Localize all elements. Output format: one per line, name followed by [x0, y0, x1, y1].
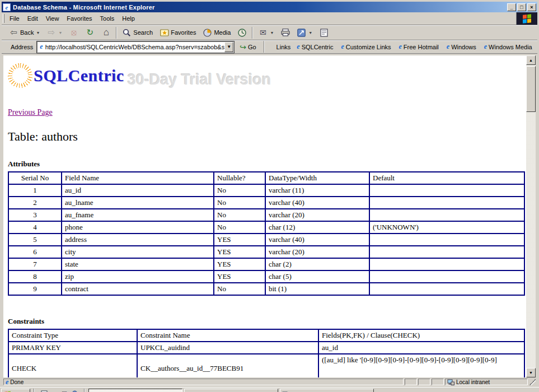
menu-file[interactable]: File — [6, 12, 24, 25]
ie-link-icon: e — [399, 43, 402, 51]
address-input[interactable]: e http://localhost/SQLCentricWeb/DBSchem… — [37, 41, 234, 53]
outlook-quicklaunch-icon[interactable]: ✉ — [60, 389, 68, 392]
status-bar: e Done Local intranet — [3, 377, 536, 385]
table-cell — [369, 283, 524, 295]
go-button[interactable]: ↪ Go — [236, 41, 259, 53]
back-button[interactable]: ⇦ Back ▼ — [6, 26, 43, 39]
task-inetpub-folder[interactable]: C:\Inetpub\wwwroot\SQL... — [184, 389, 278, 392]
standard-toolbar: ⇦ Back ▼ ⇨ ▼ ⦻ ↻ ⌂ Search Favorites — [2, 25, 537, 40]
resize-grip[interactable] — [529, 379, 536, 385]
media-quicklaunch-icon[interactable] — [71, 389, 78, 392]
ie-link-icon: e — [341, 43, 344, 51]
print-button[interactable] — [277, 26, 293, 39]
history-button[interactable] — [234, 26, 250, 39]
column-header: Field Name — [62, 172, 214, 184]
links-label: Links — [275, 44, 293, 50]
ie-quicklaunch-icon[interactable]: e — [50, 389, 58, 392]
quick-launch: e ✉ — [38, 389, 81, 392]
scrollbar-thumb[interactable] — [526, 66, 536, 112]
task-database-schema[interactable]: e Database Schema - Mi... — [88, 389, 182, 392]
menu-help[interactable]: Help — [118, 12, 139, 25]
link-windows-media[interactable]: eWindows Media — [481, 43, 536, 51]
table-cell: char (5) — [265, 270, 369, 283]
toolbar-separator — [264, 41, 265, 53]
home-button[interactable]: ⌂ — [98, 26, 114, 39]
browser-viewport: SQLCentric 30-Day Trial Version Previous… — [3, 55, 536, 377]
page-ie-icon: e — [40, 43, 43, 51]
intranet-icon — [447, 379, 454, 385]
table-cell: varchar (20) — [265, 209, 369, 221]
table-cell: 6 — [8, 246, 62, 258]
table-cell: phone — [62, 221, 214, 234]
table-cell — [369, 209, 524, 221]
table-cell: 1 — [8, 184, 62, 197]
status-pane: e Done — [3, 379, 404, 385]
previous-page-link[interactable]: Previous Page — [8, 108, 53, 117]
menu-view[interactable]: View — [42, 12, 63, 25]
table-cell — [369, 197, 524, 209]
column-header: Constraint Name — [137, 329, 318, 342]
show-desktop-icon[interactable] — [40, 389, 48, 392]
menu-tools[interactable]: Tools — [96, 12, 119, 25]
link-customize-links[interactable]: eCustomize Links — [338, 43, 394, 51]
table-cell: varchar (40) — [265, 234, 369, 246]
discuss-button[interactable] — [316, 26, 332, 39]
table-cell: varchar (20) — [265, 246, 369, 258]
start-button[interactable]: Start — [1, 389, 30, 392]
refresh-button[interactable]: ↻ — [82, 26, 98, 39]
link-sqlcentric[interactable]: eSQLCentric — [293, 43, 336, 51]
forward-button[interactable]: ⇨ ▼ — [43, 26, 65, 39]
vertical-scrollbar[interactable]: ▲ ▼ — [526, 55, 536, 377]
scroll-down-icon[interactable]: ▼ — [526, 368, 536, 377]
table-cell: bit (1) — [265, 283, 369, 295]
stop-button[interactable]: ⦻ — [65, 26, 82, 39]
status-text: Done — [10, 379, 24, 385]
task-sqladminmgr[interactable]: SQLAdminMgr... — [280, 389, 374, 392]
table-cell: varchar (11) — [265, 184, 369, 197]
link-windows[interactable]: eWindows — [443, 43, 480, 51]
status-pane-empty — [418, 379, 430, 385]
table-cell: char (12) — [265, 221, 369, 234]
table-cell: varchar (40) — [265, 197, 369, 209]
mail-button[interactable]: ✉ ▼ — [255, 26, 277, 39]
link-free-hotmail[interactable]: eFree Hotmail — [396, 43, 442, 51]
table-cell — [369, 246, 524, 258]
menu-favorites[interactable]: Favorites — [63, 12, 96, 25]
mail-dropdown-icon[interactable]: ▼ — [270, 31, 274, 35]
print-icon — [280, 28, 290, 38]
scroll-up-icon[interactable]: ▲ — [526, 55, 536, 65]
menu-edit[interactable]: Edit — [24, 12, 42, 25]
ie-link-icon: e — [484, 43, 487, 51]
close-button[interactable]: × — [527, 3, 536, 11]
edit-button[interactable]: ▼ — [293, 26, 316, 39]
table-cell: 9 — [8, 283, 62, 295]
ie-link-icon: e — [447, 43, 449, 51]
constraints-table: Constraint TypeConstraint NameFields(PK,… — [8, 329, 525, 377]
forward-dropdown-icon[interactable]: ▼ — [58, 31, 62, 35]
table-cell: au_lname — [62, 197, 214, 209]
edit-dropdown-icon[interactable]: ▼ — [308, 31, 312, 35]
table-cell: No — [214, 221, 265, 234]
sunburst-icon — [8, 63, 32, 88]
address-url[interactable]: http://localhost/SQLCentricWeb/DBSchema.… — [45, 44, 225, 50]
maximize-button[interactable]: □ — [517, 3, 526, 11]
discuss-icon — [319, 28, 329, 38]
favorites-icon — [160, 28, 169, 38]
table-cell: No — [214, 209, 265, 221]
minimize-button[interactable]: _ — [507, 3, 516, 11]
search-button[interactable]: Search — [119, 26, 156, 39]
table-cell: YES — [214, 234, 265, 246]
media-button[interactable]: Media — [199, 26, 234, 39]
links-bar: Links eSQLCentric eCustomize Links eFree… — [275, 43, 536, 51]
toolbar-grip[interactable] — [3, 14, 4, 23]
window-title: Database Schema - Microsoft Internet Exp… — [13, 4, 506, 11]
address-dropdown-icon[interactable]: ▼ — [224, 42, 233, 52]
table-row: PRIMARY KEYUPKCL_auidindau_id — [8, 342, 524, 354]
taskbar-separator — [84, 389, 85, 392]
back-dropdown-icon[interactable]: ▼ — [36, 31, 40, 35]
table-cell: au_id — [62, 184, 214, 197]
table-cell: No — [214, 197, 265, 209]
favorites-button[interactable]: Favorites — [156, 26, 199, 39]
constraints-section-label: Constraints — [8, 317, 526, 326]
table-cell: UPKCL_auidind — [137, 342, 318, 354]
